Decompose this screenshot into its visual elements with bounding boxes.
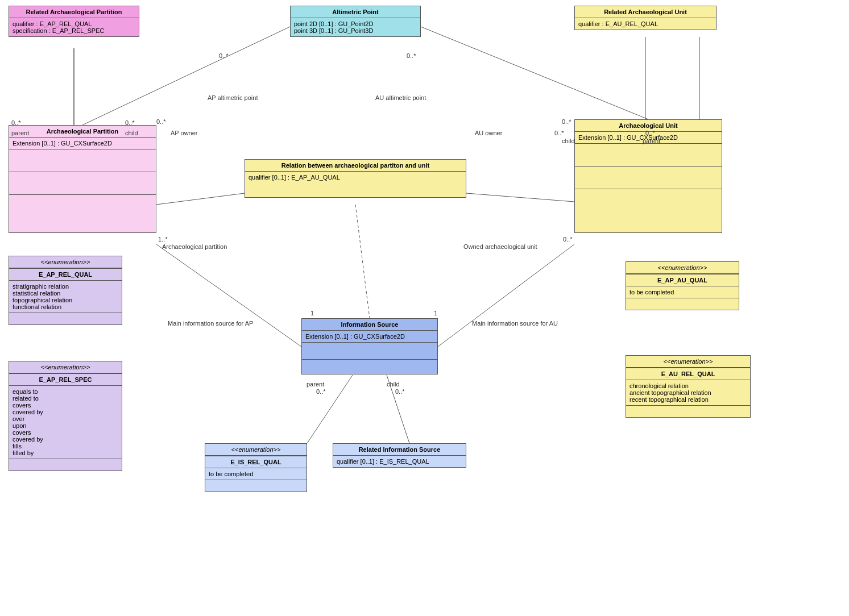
e-ap-au-qual-items: to be completed — [626, 286, 739, 298]
label-owned-au: Owned archaeological unit — [463, 243, 537, 250]
e-ap-rel-spec-items: equals to related to covers covered by o… — [9, 386, 122, 459]
e-ap-au-qual-box: <<enumeration>> E_AP_AU_QUAL to be compl… — [626, 261, 739, 310]
label-parent-au: parent — [643, 138, 660, 144]
label-child-au-mult: 0..* — [554, 130, 564, 136]
altimetric-point-title: Altimetric Point — [291, 6, 420, 18]
related-au-title: Related Archaeological Unit — [575, 6, 716, 18]
label-parent-au-mult: 0..* — [645, 130, 655, 136]
e-ap-au-qual-empty — [626, 298, 739, 310]
svg-line-5 — [156, 193, 245, 205]
related-au-attrs: qualifier : E_AU_REL_QUAL — [575, 18, 716, 30]
label-child-ap: child — [125, 130, 138, 136]
label-parent-is: parent — [307, 381, 324, 388]
label-ap-owner-mult: 0..* — [156, 118, 166, 125]
label-is-right-mult: 1 — [434, 310, 437, 317]
ap-section2 — [9, 149, 156, 172]
label-archaeological-partition: Archaeological partition — [162, 243, 227, 250]
altimetric-point-box: Altimetric Point point 2D [0..1] : GU_Po… — [290, 6, 421, 37]
label-au-relation-mult: 0..* — [563, 236, 573, 243]
information-source-title: Information Source — [302, 319, 437, 331]
relation-ap-au-title: Relation between archaeological partiton… — [245, 160, 466, 172]
label-ap-relation-mult: 1..* — [158, 236, 168, 243]
au-section3 — [575, 167, 722, 189]
label-child-is: child — [387, 381, 400, 388]
e-is-rel-qual-box: <<enumeration>> E_IS_REL_QUAL to be comp… — [205, 443, 307, 492]
information-source-section3 — [302, 360, 437, 374]
e-au-rel-qual-empty — [626, 406, 750, 417]
label-main-source-ap: Main information source for AP — [168, 320, 253, 327]
svg-line-9 — [438, 244, 574, 347]
e-ap-rel-qual-title: E_AP_REL_QUAL — [9, 268, 122, 281]
label-ap-altimetric-mult: 0..* — [219, 52, 229, 59]
ap-section3 — [9, 172, 156, 195]
label-child-is-mult: 0..* — [395, 388, 405, 395]
label-au-altimetric-mult: 0..* — [407, 52, 416, 59]
e-au-rel-qual-items: chronological relation ancient topograph… — [626, 380, 750, 406]
relation-ap-au-box: Relation between archaeological partiton… — [245, 159, 466, 198]
e-ap-rel-spec-box: <<enumeration>> E_AP_REL_SPEC equals to … — [9, 361, 122, 471]
e-ap-rel-qual-box: <<enumeration>> E_AP_REL_QUAL stratigrap… — [9, 256, 122, 325]
label-parent-ap-mult: 0..* — [11, 119, 21, 126]
label-is-left-mult: 1 — [310, 310, 314, 317]
related-is-attrs: qualifier [0..1] : E_IS_REL_QUAL — [333, 456, 466, 467]
label-au-owner: AU owner — [475, 130, 502, 136]
svg-line-0 — [82, 27, 290, 125]
e-ap-rel-spec-stereotype: <<enumeration>> — [9, 361, 122, 373]
e-ap-au-qual-title: E_AP_AU_QUAL — [626, 274, 739, 286]
label-ap-owner: AP owner — [171, 130, 198, 136]
related-is-title: Related Information Source — [333, 444, 466, 456]
related-au-box: Related Archaeological Unit qualifier : … — [574, 6, 717, 30]
au-section4 — [575, 189, 722, 212]
information-source-box: Information Source Extension [0..1] : GU… — [301, 318, 438, 374]
e-is-rel-qual-title: E_IS_REL_QUAL — [205, 456, 307, 468]
relation-ap-au-attrs: qualifier [0..1] : E_AP_AU_QUAL — [245, 172, 466, 197]
au-box: Archaeological Unit Extension [0..1] : G… — [574, 119, 722, 233]
e-is-rel-qual-stereotype: <<enumeration>> — [205, 444, 307, 456]
ap-section1: Extension [0..1] : GU_CXSurface2D — [9, 138, 156, 149]
e-au-rel-qual-stereotype: <<enumeration>> — [626, 356, 750, 368]
diagram: Related Archaeological Partition qualifi… — [0, 0, 849, 616]
related-ap-attrs: qualifier : E_AP_REL_QUAL specification … — [9, 18, 139, 36]
label-child-au: child — [562, 138, 575, 144]
ap-section4 — [9, 195, 156, 218]
label-child-ap-mult: 0..* — [125, 119, 135, 126]
label-au-owner-mult: 0..* — [562, 118, 571, 125]
information-source-section2 — [302, 343, 437, 360]
e-is-rel-qual-empty — [205, 480, 307, 492]
label-parent-ap: parent — [11, 130, 29, 136]
label-ap-altimetric-point: AP altimetric point — [208, 94, 258, 101]
related-is-box: Related Information Source qualifier [0.… — [333, 443, 466, 468]
label-main-source-au: Main information source for AU — [472, 320, 558, 327]
information-source-section1: Extension [0..1] : GU_CXSurface2D — [302, 331, 437, 343]
e-ap-rel-spec-title: E_AP_REL_SPEC — [9, 373, 122, 386]
svg-line-6 — [466, 193, 574, 202]
related-ap-title: Related Archaeological Partition — [9, 6, 139, 18]
au-section2 — [575, 144, 722, 167]
e-ap-rel-qual-items: stratigraphic relation statistical relat… — [9, 281, 122, 313]
e-ap-au-qual-stereotype: <<enumeration>> — [626, 262, 739, 274]
e-ap-rel-qual-stereotype: <<enumeration>> — [9, 256, 122, 268]
related-ap-box: Related Archaeological Partition qualifi… — [9, 6, 139, 37]
svg-line-1 — [421, 27, 648, 119]
label-au-altimetric-point: AU altimetric point — [375, 94, 426, 101]
e-au-rel-qual-title: E_AU_REL_QUAL — [626, 368, 750, 380]
e-is-rel-qual-items: to be completed — [205, 468, 307, 480]
ap-box: Archaeological Partition Extension [0..1… — [9, 125, 156, 233]
e-ap-rel-spec-empty — [9, 459, 122, 471]
e-au-rel-qual-box: <<enumeration>> E_AU_REL_QUAL chronologi… — [626, 355, 751, 418]
svg-line-8 — [156, 244, 301, 347]
altimetric-point-attrs: point 2D [0..1] : GU_Point2D point 3D [0… — [291, 18, 420, 36]
svg-line-7 — [355, 205, 370, 318]
label-parent-is-mult: 0..* — [316, 388, 326, 395]
e-ap-rel-qual-empty — [9, 313, 122, 324]
